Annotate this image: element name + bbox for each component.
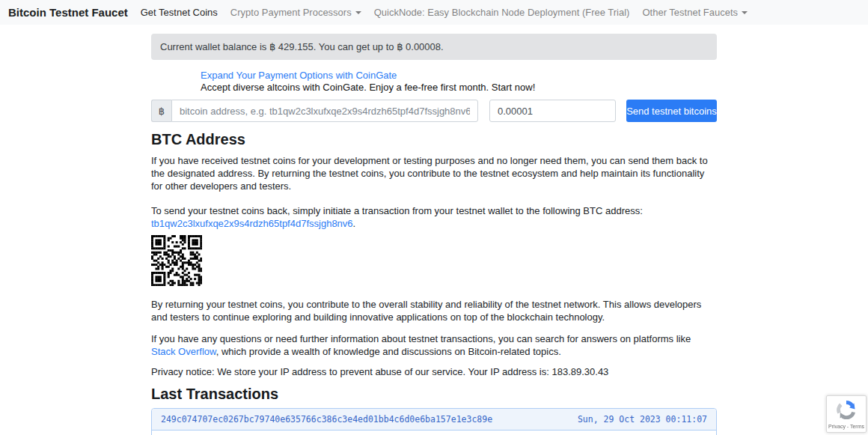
- last-transactions-heading: Last Transactions: [151, 385, 717, 403]
- transaction-id-link[interactable]: 249c074707ec0267bc79740e635766c386c3e4ed…: [161, 414, 492, 425]
- questions-text-after: , which provide a wealth of knowledge an…: [216, 346, 561, 357]
- transaction-card-header: 249c074707ec0267bc79740e635766c386c3e4ed…: [152, 409, 716, 431]
- transaction-timestamp: Sun, 29 Oct 2023 00:11:07: [578, 414, 707, 425]
- transaction-card: 249c074707ec0267bc79740e635766c386c3e4ed…: [151, 408, 717, 435]
- privacy-notice: Privacy notice: We store your IP address…: [151, 365, 717, 378]
- coingate-promo: Expand Your Payment Options with CoinGat…: [151, 70, 717, 94]
- btc-address-paragraph-2: To send your testnet coins back, simply …: [151, 204, 717, 230]
- recaptcha-terms-label: Privacy - Terms: [828, 424, 864, 429]
- top-navbar: Bitcoin Testnet Faucet Get Testnet Coins…: [0, 0, 868, 25]
- wallet-balance-alert: Current wallet balance is ฿ 429.155. You…: [151, 34, 717, 60]
- navbar-brand[interactable]: Bitcoin Testnet Faucet: [8, 6, 128, 19]
- recaptcha-badge[interactable]: Privacy - Terms: [826, 395, 867, 433]
- btc-address-paragraph-1: If you have received testnet coins for y…: [151, 154, 717, 192]
- nav-item-other-testnet-faucets[interactable]: Other Testnet Faucets: [642, 7, 748, 18]
- coingate-promo-link[interactable]: Expand Your Payment Options with CoinGat…: [201, 70, 397, 81]
- btc-address-heading: BTC Address: [151, 130, 717, 148]
- nav-item-quicknode[interactable]: QuickNode: Easy Blockchain Node Deployme…: [374, 7, 630, 18]
- stack-overflow-link[interactable]: Stack Overflow: [151, 346, 216, 357]
- amount-input[interactable]: [489, 100, 616, 122]
- return-address-intro: To send your testnet coins back, simply …: [151, 205, 643, 216]
- faucet-form: ฿ Send testnet bitcoins: [151, 100, 717, 122]
- address-input-group: ฿: [151, 100, 478, 122]
- recaptcha-icon: [837, 400, 856, 422]
- questions-text-before: If you have any questions or need furthe…: [151, 333, 691, 344]
- bitcoin-address-input[interactable]: [171, 100, 478, 122]
- bitcoin-symbol-prepend: ฿: [151, 100, 171, 122]
- nav-item-get-testnet-coins[interactable]: Get Testnet Coins: [141, 7, 218, 18]
- btc-address-paragraph-4: If you have any questions or need furthe…: [151, 332, 717, 358]
- send-testnet-bitcoins-button[interactable]: Send testnet bitcoins: [626, 100, 717, 122]
- btc-address-paragraph-3: By returning your testnet coins, you con…: [151, 298, 717, 323]
- coingate-promo-text: Accept diverse altcoins with CoinGate. E…: [201, 82, 717, 94]
- bitcoin-symbol: ฿: [159, 106, 165, 117]
- qr-code: [151, 235, 202, 286]
- nav-item-crypto-payment-processors[interactable]: Crypto Payment Processors: [230, 7, 361, 18]
- return-address-suffix: .: [353, 218, 356, 229]
- main-content: Current wallet balance is ฿ 429.155. You…: [151, 34, 717, 435]
- transaction-card-body: tb1qw6gphj800hs2gjl5sh47ujk9mj28hmnfdgxn…: [152, 431, 716, 435]
- return-address-link[interactable]: tb1qw2c3lxufxqe2x9s4rdzh65tpf4d7fssjgh8n…: [151, 218, 353, 229]
